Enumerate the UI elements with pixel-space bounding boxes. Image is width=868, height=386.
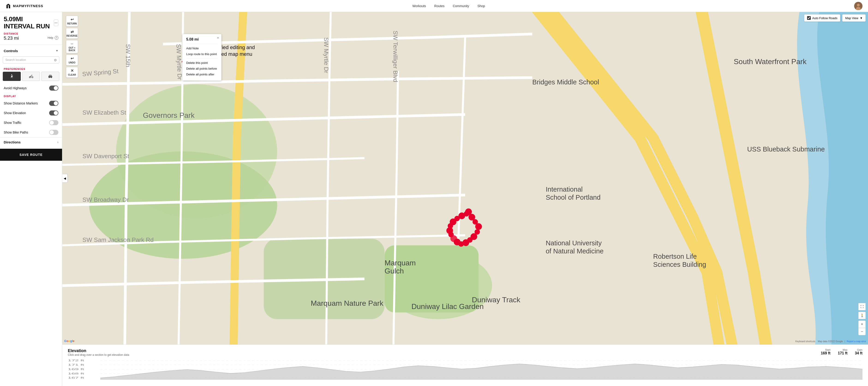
save-route-button[interactable]: SAVE ROUTE xyxy=(0,149,62,161)
divider-1 xyxy=(0,44,62,45)
route-options-button[interactable]: ··· xyxy=(54,20,58,26)
elevation-chart[interactable]: 172 ft 171 ft 169 ft 168 ft 167 ft xyxy=(68,359,863,382)
clear-button[interactable]: ✕ CLEAR xyxy=(66,67,78,78)
svg-text:SW Elizabeth St: SW Elizabeth St xyxy=(82,109,126,116)
show-traffic-toggle[interactable] xyxy=(49,120,58,125)
help-button[interactable]: Help ? xyxy=(48,36,58,40)
map-popup: × 5.08 mi Add Note Loop route to this po… xyxy=(182,34,221,81)
show-elevation-label: Show Elevation xyxy=(4,111,26,115)
main-layout: 5.09MI INTERVAL RUN ··· DISTANCE 5.23 mi… xyxy=(0,12,868,386)
svg-text:National University: National University xyxy=(546,239,602,247)
show-distance-markers-row: Show Distance Markers xyxy=(0,98,62,108)
activity-drive-button[interactable] xyxy=(41,72,59,81)
svg-text:USS Blueback Submarine: USS Blueback Submarine xyxy=(747,146,825,153)
search-wrapper: ⊙ xyxy=(3,57,59,63)
activity-run-button[interactable] xyxy=(3,72,21,81)
avatar[interactable] xyxy=(854,2,863,10)
show-bike-paths-label: Show Bike Paths xyxy=(4,130,28,134)
map-view-label: Map View xyxy=(845,17,858,20)
preferences-label: PREFERENCES xyxy=(0,66,62,72)
elevation-max-label: Max xyxy=(838,348,847,351)
search-input[interactable] xyxy=(5,58,54,62)
elevation-max-stat: Max 171 ft xyxy=(838,348,847,355)
svg-point-9 xyxy=(51,77,52,78)
svg-text:169 ft: 169 ft xyxy=(68,368,84,371)
svg-text:SW Broadway Dr: SW Broadway Dr xyxy=(82,196,129,203)
svg-point-20 xyxy=(475,223,482,230)
sidebar: 5.09MI INTERVAL RUN ··· DISTANCE 5.23 mi… xyxy=(0,12,62,386)
zoom-out-button[interactable]: − xyxy=(858,328,866,335)
popup-loop-route[interactable]: Loop route to this point xyxy=(186,51,218,57)
controls-chevron-icon: ▼ xyxy=(56,49,58,52)
fullscreen-button[interactable]: ⛶ xyxy=(858,303,866,310)
nav-routes[interactable]: Routes xyxy=(434,4,444,8)
svg-text:SW Davenport St: SW Davenport St xyxy=(82,153,129,160)
nav-workouts[interactable]: Workouts xyxy=(412,4,426,8)
activity-buttons xyxy=(0,72,62,83)
elevation-start-stat: Start 169 ft xyxy=(821,348,831,355)
show-distance-markers-toggle[interactable] xyxy=(49,101,58,106)
auto-follow-button[interactable]: Auto Follow Roads xyxy=(804,14,840,22)
locate-icon[interactable]: ⊙ xyxy=(54,58,57,62)
auto-follow-checkbox[interactable] xyxy=(807,16,811,20)
collapse-icon: ◀ xyxy=(64,176,66,180)
popup-divider-2 xyxy=(186,58,218,59)
show-distance-markers-label: Show Distance Markers xyxy=(4,101,38,105)
elevation-gain-value: 34 ft xyxy=(855,351,863,355)
popup-distance: 5.08 mi xyxy=(186,37,218,41)
elevation-title: Elevation xyxy=(68,348,129,353)
elevation-header: Elevation Click and drag over a section … xyxy=(68,348,863,358)
elevation-stats: Start 169 ft Max 171 ft Gain 34 ft xyxy=(821,348,863,355)
map-attribution: Keyboard shortcuts Map data ©2022 Google… xyxy=(795,340,866,343)
map-collapse-button[interactable]: ◀ xyxy=(62,174,68,183)
controls-section-header[interactable]: Controls ▼ xyxy=(0,46,62,55)
svg-text:Duniway Track: Duniway Track xyxy=(472,296,521,304)
logo: MAPMYFITNESS xyxy=(5,3,43,9)
sidebar-header: 5.09MI INTERVAL RUN ··· DISTANCE 5.23 mi… xyxy=(0,12,62,43)
svg-point-3 xyxy=(11,74,12,75)
car-icon xyxy=(48,74,53,79)
svg-text:Robertson Life: Robertson Life xyxy=(653,253,697,260)
bike-icon xyxy=(29,74,34,79)
report-map-error-link[interactable]: Report a map error xyxy=(847,340,866,343)
directions-label: Directions xyxy=(4,140,21,144)
popup-add-note[interactable]: Add Note xyxy=(186,45,218,51)
return-button[interactable]: ↩ RETURN xyxy=(66,16,78,27)
popup-delete-point[interactable]: Delete this point xyxy=(186,60,218,66)
run-icon xyxy=(9,74,14,79)
svg-text:Sciences Building: Sciences Building xyxy=(653,261,706,268)
activity-bike-button[interactable] xyxy=(22,72,40,81)
distance-value: 5.23 mi xyxy=(4,35,19,41)
out-back-button[interactable]: ↔ OUT + BACK xyxy=(66,40,78,53)
reverse-button[interactable]: ⇄ REVERSE xyxy=(66,28,78,39)
keyboard-shortcuts-link[interactable]: Keyboard shortcuts xyxy=(795,340,815,343)
show-traffic-row: Show Traffic xyxy=(0,118,62,128)
help-icon: ? xyxy=(55,36,58,40)
map-container[interactable]: Governors Park Marquam Gulch Marquam Nat… xyxy=(62,12,868,345)
show-traffic-label: Show Traffic xyxy=(4,121,22,125)
svg-text:171 ft: 171 ft xyxy=(68,364,84,366)
zoom-in-button[interactable]: + xyxy=(858,321,866,328)
map-top-controls: Auto Follow Roads Map View ▼ xyxy=(804,14,866,22)
show-elevation-toggle[interactable] xyxy=(49,110,58,116)
svg-text:of Natural Medicine: of Natural Medicine xyxy=(546,248,603,255)
nav-community[interactable]: Community xyxy=(453,4,469,8)
show-bike-paths-toggle[interactable] xyxy=(49,130,58,135)
nav-links: Workouts Routes Community Shop xyxy=(412,4,485,8)
avoid-highways-toggle[interactable] xyxy=(49,86,58,91)
popup-delete-after[interactable]: Delete all points after xyxy=(186,71,218,77)
elevation-gain-stat: Gain 34 ft xyxy=(855,348,863,355)
map-view-button[interactable]: Map View ▼ xyxy=(842,14,866,22)
svg-text:South Waterfront Park: South Waterfront Park xyxy=(734,57,807,66)
svg-text:172 ft: 172 ft xyxy=(68,359,84,362)
directions-row[interactable]: Directions › xyxy=(0,137,62,147)
svg-text:168 ft: 168 ft xyxy=(68,373,84,375)
undo-button[interactable]: ↩ UNDO xyxy=(66,55,78,65)
brand-name: MAPMYFITNESS xyxy=(13,4,43,8)
popup-delete-before[interactable]: Delete all points before xyxy=(186,66,218,71)
nav-shop[interactable]: Shop xyxy=(477,4,485,8)
streetview-button[interactable]: 🚶 xyxy=(858,312,866,319)
svg-text:167 ft: 167 ft xyxy=(68,377,84,379)
svg-text:SW Myrtle Dr: SW Myrtle Dr xyxy=(323,37,330,73)
popup-close-button[interactable]: × xyxy=(217,36,219,40)
